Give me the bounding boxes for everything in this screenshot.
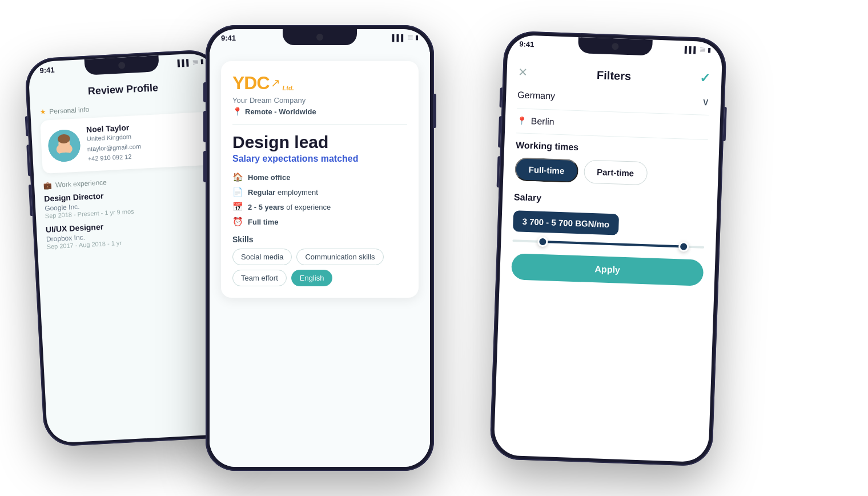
divider: [232, 124, 407, 125]
avatar: [47, 129, 81, 163]
company-location: 📍 Remote - Worldwide: [232, 107, 407, 116]
skill-social-media[interactable]: Social media: [232, 249, 292, 265]
battery-icon-r: ▮: [708, 46, 711, 54]
filters-title: Filters: [597, 69, 632, 83]
working-times-row: Full-time Part-time: [515, 157, 707, 187]
scene: 9:41 ▌▌▌ 𝄙 ▮ Review Profile ★ Personal i…: [0, 0, 868, 496]
signal-icon-r: ▌▌▌: [685, 46, 698, 53]
city-filter: 📍: [516, 115, 709, 140]
full-time-chip[interactable]: Full-time: [515, 157, 578, 183]
confirm-icon[interactable]: ✓: [700, 71, 710, 86]
skill-communication[interactable]: Communication skills: [296, 249, 383, 265]
salary-label: Salary: [514, 192, 706, 209]
salary-badge: 3 700 - 5 700 BGN/mo: [513, 210, 619, 235]
city-pin-icon: 📍: [516, 116, 527, 126]
review-profile-title: Review Profile: [38, 79, 208, 100]
salary-slider-fill: [541, 241, 685, 248]
skills-row: Social media Communication skills Team e…: [232, 249, 407, 286]
skills-label: Skills: [232, 235, 407, 244]
company-logo: YDC ↗ Ltd.: [232, 73, 407, 94]
job-2: UI/UX Designer Dropbox Inc. Sep 2017 - A…: [46, 216, 216, 250]
ydc-arrow-icon: ↗: [271, 76, 280, 90]
part-time-chip[interactable]: Part-time: [583, 159, 647, 185]
apply-button[interactable]: Apply: [511, 253, 704, 286]
job-detail-office: 🏠 Home office: [232, 172, 407, 182]
location-pin-icon: 📍: [232, 107, 242, 116]
job-title: Design lead: [232, 133, 407, 151]
country-select[interactable]: Germany ∨: [517, 89, 710, 108]
filters-header: ✕ Filters ✓: [518, 65, 710, 86]
job-1: Design Director Google Inc. Sep 2018 - P…: [44, 185, 214, 219]
battery-icon: ▮: [200, 58, 204, 65]
ydc-ltd-text: Ltd.: [283, 85, 294, 91]
job-detail-experience: 📅 2 - 5 years of experience: [232, 202, 407, 212]
salary-slider-thumb-left[interactable]: [537, 237, 548, 247]
employment-icon: 📄: [232, 187, 243, 197]
close-icon[interactable]: ✕: [518, 65, 528, 79]
job-detail-employment: 📄 Regular employment: [232, 187, 407, 197]
chevron-down-icon: ∨: [702, 95, 710, 108]
battery-icon-c: ▮: [415, 34, 419, 41]
skill-team-effort[interactable]: Team effort: [232, 270, 287, 286]
city-input[interactable]: [531, 116, 708, 133]
country-filter: Germany ∨: [517, 89, 709, 115]
right-phone-content: ✕ Filters ✓ Germany ∨ 📍 Workin: [493, 57, 722, 463]
signal-icon: ▌▌▌: [177, 59, 191, 66]
center-phone: 9:41 ▌▌▌ 𝄙 ▮ YDC ↗ Ltd. Your Dream Compa…: [206, 25, 434, 471]
company-name: Your Dream Company: [232, 96, 407, 105]
wifi-icon-c: 𝄙: [408, 34, 413, 41]
job-card: YDC ↗ Ltd. Your Dream Company 📍 Remote -…: [221, 61, 419, 298]
salary-slider-thumb-right[interactable]: [678, 241, 689, 252]
home-office-icon: 🏠: [232, 172, 243, 182]
salary-slider-track[interactable]: [512, 239, 704, 249]
briefcase-icon: 💼: [43, 181, 53, 190]
working-times-label: Working times: [516, 140, 708, 157]
skill-english[interactable]: English: [291, 270, 333, 286]
center-phone-content: YDC ↗ Ltd. Your Dream Company 📍 Remote -…: [210, 52, 430, 467]
country-value: Germany: [517, 90, 555, 101]
wifi-icon-r: 𝄙: [700, 46, 705, 53]
job-detail-time: ⏰ Full time: [232, 217, 407, 227]
skills-section: Skills Social media Communication skills…: [232, 235, 407, 286]
left-time: 9:41: [39, 66, 55, 75]
salary-match: Salary expectations matched: [232, 154, 407, 164]
time-icon: ⏰: [232, 217, 243, 227]
right-phone: 9:41 ▌▌▌ 𝄙 ▮ ✕ Filters ✓ Germany ∨: [489, 30, 727, 466]
signal-icon-c: ▌▌▌: [392, 34, 405, 41]
center-time: 9:41: [221, 34, 236, 42]
profile-info: Noel Taylor United Kingdom ntaylor@gmail…: [86, 119, 204, 164]
profile-card: Noel Taylor United Kingdom ntaylor@gmail…: [40, 112, 211, 174]
ydc-logo-text: YDC: [232, 73, 270, 94]
right-time: 9:41: [519, 39, 535, 49]
star-icon: ★: [39, 108, 46, 117]
wifi-icon: 𝄙: [193, 58, 199, 65]
experience-icon: 📅: [232, 202, 243, 212]
